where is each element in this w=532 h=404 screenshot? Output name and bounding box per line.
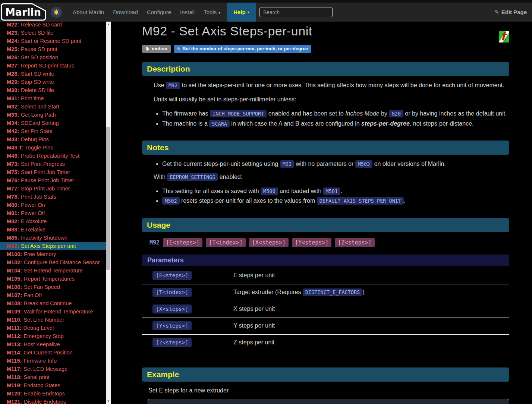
sidebar-item[interactable]: M82:E Absolute xyxy=(0,217,106,225)
parameter-row: [Z<steps>] Z steps per unit xyxy=(142,335,509,351)
notes-paragraph: With EEPROM_SETTINGS enabled: xyxy=(154,173,509,181)
edit-pencil-icon: ✎ xyxy=(494,9,499,15)
parameter-tag: [Z<steps>] xyxy=(152,338,192,347)
usage-arg-badge: [Y<steps>] xyxy=(292,238,331,247)
sidebar-item[interactable]: M106:Set Fan Speed xyxy=(0,283,106,291)
scrollbar-thumb[interactable] xyxy=(106,127,110,270)
gcode-sidebar: M22:Release SD card M23:Select SD file M… xyxy=(0,22,106,404)
sidebar-item[interactable]: M102:Configure Bed Distance Sensor xyxy=(0,258,106,266)
nav-tools-dropdown[interactable]: Tools▾ xyxy=(199,9,225,15)
sidebar-item-label: Set LCD Message xyxy=(23,366,67,372)
sidebar-item[interactable]: M22:Release SD card xyxy=(0,22,106,29)
badge-row: motion ✎ Set the number of steps-per-mm,… xyxy=(142,45,509,53)
sidebar-item[interactable]: M117:Set LCD Message xyxy=(0,365,106,373)
sidebar-item-code: M23: xyxy=(7,30,19,36)
sidebar-item[interactable]: M77:Stop Print Job Timer xyxy=(0,184,106,193)
parameter-tag: [T<index>] xyxy=(152,288,192,297)
sidebar-item[interactable]: M114:Get Current Position xyxy=(0,348,106,357)
usage-syntax-line: M92 [E<steps>][T<index>][X<steps>][Y<ste… xyxy=(149,238,509,247)
sidebar-item-label: Stop SD write xyxy=(21,79,54,85)
sidebar-item[interactable]: M34:SDCard Sorting xyxy=(0,119,106,127)
sidebar-item[interactable]: M120:Enable Endstops xyxy=(0,389,106,398)
sidebar-item-label: Enable Endstops xyxy=(24,391,65,397)
sidebar-item[interactable]: M121:Disable Endstops xyxy=(0,398,106,404)
sidebar-item[interactable]: M105:Report Temperatures xyxy=(0,275,106,283)
sidebar-item-label: Select and Start xyxy=(21,104,59,110)
sidebar-item[interactable]: M107:Fan Off xyxy=(0,291,106,299)
parameter-tag: [E<steps>] xyxy=(152,271,192,280)
sidebar-item-code: M76: xyxy=(7,177,19,183)
sidebar-item[interactable]: M23:Select SD file xyxy=(0,29,106,37)
nav-help-dropdown[interactable]: Help▾ xyxy=(227,3,256,22)
nav-download[interactable]: Download xyxy=(108,9,142,15)
sidebar-item[interactable]: M85:Inactivity Shutdown xyxy=(0,234,106,242)
thingiverse-icon: t xyxy=(499,31,509,42)
sidebar-item[interactable]: M112:Emergency Stop xyxy=(0,332,106,340)
sidebar-item[interactable]: M118:Serial print xyxy=(0,373,106,381)
sidebar-item[interactable]: M32:Select and Start xyxy=(0,102,106,111)
sidebar-item[interactable]: M83:E Relative xyxy=(0,225,106,234)
parameter-description: E steps per unit xyxy=(233,272,509,279)
scrollbar-down-arrow-icon[interactable]: ▼ xyxy=(106,400,111,403)
sidebar-item[interactable]: M92:Set Axis Steps-per-unit xyxy=(0,242,106,250)
edit-page-link[interactable]: ✎Edit Page xyxy=(494,9,527,16)
sidebar-item[interactable]: M28:Start SD write xyxy=(0,70,106,78)
sidebar-item[interactable]: M104:Set Hotend Temperature xyxy=(0,266,106,275)
sidebar-item-code: M108: xyxy=(7,300,22,306)
nav-configure[interactable]: Configure xyxy=(142,9,176,15)
sidebar-item-label: Report Temperatures xyxy=(24,276,75,282)
sidebar-item[interactable]: M25:Pause SD print xyxy=(0,45,106,53)
sidebar-item[interactable]: M27:Report SD print status xyxy=(0,61,106,70)
sidebar-item[interactable]: M75:Start Print Job Timer xyxy=(0,168,106,176)
sidebar-item-code: M28: xyxy=(7,71,19,77)
theme-toggle-sun-icon[interactable]: ☀ xyxy=(50,6,62,18)
parameter-tag: [Y<steps>] xyxy=(152,321,192,330)
sidebar-item[interactable]: M81:Power Off xyxy=(0,209,106,217)
sidebar-item[interactable]: M113:Host Keepalive xyxy=(0,340,106,348)
sidebar-item[interactable]: M110:Set Line Number xyxy=(0,316,106,324)
parameters-heading: Parameters xyxy=(147,256,504,264)
sidebar-item[interactable]: M43:Debug Pins xyxy=(0,135,106,143)
sidebar-item[interactable]: M31:Print time xyxy=(0,94,106,102)
sidebar-item[interactable]: M76:Pause Print Job Timer xyxy=(0,176,106,184)
sidebar-item-label: Host Keepalive xyxy=(23,341,60,347)
sidebar-item[interactable]: M100:Free Memory xyxy=(0,250,106,258)
doc-content: M92 - Set Axis Steps-per-unit t motion ✎… xyxy=(111,22,532,404)
nav-install[interactable]: Install xyxy=(176,9,199,15)
chevron-down-icon: ▾ xyxy=(248,10,249,14)
sidebar-item[interactable]: M73:Set Print Progress xyxy=(0,160,106,168)
sidebar-item[interactable]: M26:Set SD position xyxy=(0,53,106,61)
search-input[interactable] xyxy=(259,7,333,17)
sidebar-item[interactable]: M42:Set Pin State xyxy=(0,127,106,135)
sidebar-item-label: Debug Level xyxy=(23,325,54,331)
sidebar-item[interactable]: M80:Power On xyxy=(0,201,106,209)
sidebar-item-label: Endstop States xyxy=(23,382,60,388)
sidebar-item[interactable]: M24:Start or Resume SD print xyxy=(0,37,106,45)
sidebar-item-label: E Relative xyxy=(21,227,45,233)
sidebar-item[interactable]: M109:Wait for Hotend Temperature xyxy=(0,307,106,316)
title-row: M92 - Set Axis Steps-per-unit t xyxy=(142,24,509,42)
sidebar-item[interactable]: M29:Stop SD write xyxy=(0,78,106,86)
sidebar-item[interactable]: M48:Probe Repeatability Test xyxy=(0,152,106,160)
sidebar-item[interactable]: M115:Firmware Info xyxy=(0,357,106,365)
scrollbar-up-arrow-icon[interactable]: ▲ xyxy=(106,23,111,26)
sidebar-item[interactable]: M78:Print Job Stats xyxy=(0,193,106,201)
sidebar-item[interactable]: M111:Debug Level xyxy=(0,324,106,332)
sidebar-item[interactable]: M30:Delete SD file xyxy=(0,86,106,94)
sidebar-scrollbar[interactable]: ▲ ▼ xyxy=(106,22,111,404)
sidebar-item[interactable]: M43 T:Toggle Pins xyxy=(0,143,106,152)
sidebar-item-code: M118: xyxy=(7,374,22,380)
sidebar-item-code: M34: xyxy=(7,120,19,126)
sidebar-item-label: Set Pin State xyxy=(21,128,53,134)
usage-command: M92 xyxy=(149,239,160,246)
sidebar-item[interactable]: M33:Get Long Path xyxy=(0,111,106,119)
sidebar-item[interactable]: M108:Break and Continue xyxy=(0,299,106,307)
sidebar-item-label: SDCard Sorting xyxy=(21,120,59,126)
tag-badge: motion xyxy=(142,45,171,53)
sidebar-item[interactable]: M119:Endstop States xyxy=(0,381,106,389)
marlin-logo[interactable]: Marlin xyxy=(1,3,47,21)
notes-bullet: M502 resets steps-per-unit for all axes … xyxy=(162,196,509,205)
nav-about-marlin[interactable]: About Marlin xyxy=(68,9,108,15)
sidebar-item-code: M114: xyxy=(7,350,22,356)
example-lead: Set E steps for a new extruder xyxy=(148,387,509,394)
